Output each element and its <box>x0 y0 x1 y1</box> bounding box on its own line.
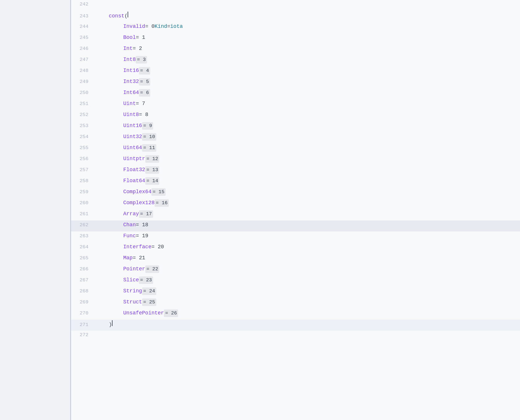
line-number: 270 <box>71 309 94 317</box>
line-content: Uint8= 8 <box>94 111 520 119</box>
code-line: 271) <box>71 320 520 331</box>
code-token-identifier: Int8 <box>123 56 136 64</box>
code-line: 269Struct= 25 <box>71 298 520 309</box>
line-number: 259 <box>71 188 94 196</box>
line-content: Float64= 14 <box>94 177 520 185</box>
code-token-tag: = 25 <box>142 298 156 306</box>
code-line: 270UnsafePointer= 26 <box>71 309 520 320</box>
code-token-tag: = 4 <box>139 67 150 75</box>
line-content: Uint32= 10 <box>94 133 520 141</box>
code-token-identifier: Uint8 <box>123 111 139 119</box>
code-token-identifier: Uintptr <box>123 155 145 163</box>
code-line: 245Bool= 1 <box>71 33 520 44</box>
line-number: 266 <box>71 265 94 273</box>
code-line: 250Int64= 6 <box>71 88 520 99</box>
code-token-operator: = 0 <box>145 23 155 30</box>
code-token-tag: = 16 <box>155 199 169 207</box>
line-content: Pointer= 22 <box>94 265 520 273</box>
line-number: 245 <box>71 34 94 41</box>
code-token-tag: = 14 <box>145 177 160 185</box>
line-content: Int64= 6 <box>94 89 520 97</box>
line-number: 264 <box>71 243 94 251</box>
text-cursor <box>112 320 113 326</box>
code-area[interactable]: 242243const (244Invalid= 0 Kind = iota24… <box>71 0 520 420</box>
code-token-identifier: Bool <box>123 34 136 41</box>
code-token-identifier: Uint16 <box>123 122 142 130</box>
code-token-bracket: ) <box>109 321 112 329</box>
code-line: 248Int16= 4 <box>71 66 520 77</box>
code-token-identifier: Uint <box>123 100 136 108</box>
line-number: 252 <box>71 111 94 119</box>
code-token-identifier: Float64 <box>123 177 145 185</box>
line-number: 271 <box>71 321 94 329</box>
line-number: 268 <box>71 287 94 295</box>
code-line: 252Uint8= 8 <box>71 110 520 121</box>
line-number: 262 <box>71 221 94 229</box>
line-content: Int16= 4 <box>94 67 520 75</box>
code-token-identifier: Complex64 <box>123 188 151 196</box>
code-token-tag: = 17 <box>139 210 153 218</box>
line-number: 267 <box>71 276 94 284</box>
code-line: 263Func= 19 <box>71 231 520 242</box>
line-content: Float32= 13 <box>94 166 520 174</box>
code-token-identifier: Float32 <box>123 166 145 174</box>
code-line: 264Interface= 20 <box>71 242 520 254</box>
code-token-operator: = 8 <box>139 111 148 119</box>
code-token-operator: = 19 <box>136 232 148 240</box>
code-line: 258Float64= 14 <box>71 176 520 187</box>
left-gutter <box>0 0 71 420</box>
code-token-identifier: Slice <box>123 276 139 284</box>
line-number: 260 <box>71 199 94 207</box>
code-line: 243const ( <box>71 11 520 22</box>
code-line: 253Uint16= 9 <box>71 121 520 132</box>
line-number: 242 <box>71 1 94 8</box>
code-token-bracket: ( <box>124 12 128 20</box>
line-content: Int= 2 <box>94 45 520 52</box>
line-content: ) <box>94 320 520 329</box>
code-token-identifier: String <box>123 287 142 295</box>
line-number: 257 <box>71 166 94 174</box>
code-token-identifier: Invalid <box>123 23 145 30</box>
code-line: 255Uint64= 11 <box>71 143 520 154</box>
code-line: 244Invalid= 0 Kind = iota <box>71 22 520 33</box>
code-line: 259Complex64= 15 <box>71 187 520 198</box>
line-number: 258 <box>71 177 94 185</box>
code-token-tag: = 9 <box>142 122 153 130</box>
code-token-identifier: Interface <box>123 243 151 251</box>
code-token-operator: = 2 <box>133 45 142 52</box>
line-content: Complex64= 15 <box>94 188 520 196</box>
code-token-identifier: Int16 <box>123 67 139 75</box>
code-line: 266Pointer= 22 <box>71 265 520 276</box>
code-token-tag: = 3 <box>136 56 147 64</box>
line-content: const ( <box>94 12 520 20</box>
line-content: Slice= 23 <box>94 276 520 284</box>
code-line: 267Slice= 23 <box>71 276 520 287</box>
code-line: 257Float32= 13 <box>71 165 520 176</box>
line-content: Invalid= 0 Kind = iota <box>94 23 520 30</box>
code-line: 246Int= 2 <box>71 44 520 55</box>
line-content: Bool= 1 <box>94 34 520 41</box>
line-content: Int32= 5 <box>94 78 520 86</box>
code-token-operator: = 18 <box>136 221 148 229</box>
code-token-identifier: Struct <box>123 298 142 306</box>
line-content: Complex128= 16 <box>94 199 520 207</box>
code-token-identifier: Uint32 <box>123 133 142 141</box>
line-content: String= 24 <box>94 287 520 295</box>
code-token-identifier: Uint64 <box>123 144 142 152</box>
text-cursor <box>128 12 128 17</box>
line-number: 256 <box>71 155 94 163</box>
code-token-identifier: Func <box>123 232 136 240</box>
code-token-tag: = 24 <box>142 287 156 295</box>
code-token-identifier: Int <box>123 45 133 52</box>
code-line: 251Uint= 7 <box>71 99 520 110</box>
code-line: 254Uint32= 10 <box>71 132 520 143</box>
code-token-tag: = 13 <box>145 166 160 174</box>
code-token-identifier: Int32 <box>123 78 139 86</box>
code-token-tag: = 23 <box>139 276 153 284</box>
code-token-identifier: Chan <box>123 221 136 229</box>
line-content: Chan= 18 <box>94 221 520 229</box>
line-number: 243 <box>71 12 94 20</box>
code-token-tag: = 15 <box>151 188 166 196</box>
line-content: UnsafePointer= 26 <box>94 309 520 317</box>
code-token-identifier: UnsafePointer <box>123 309 164 317</box>
